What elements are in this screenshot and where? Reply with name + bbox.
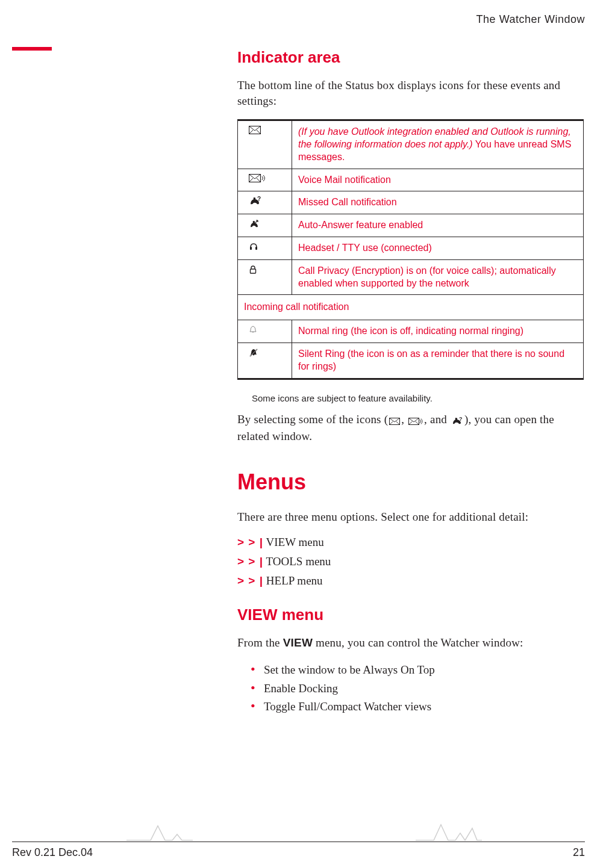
table-cell-text: Normal ring (the icon is off, indicating… (292, 320, 584, 343)
table-subheader: Incoming call notification (238, 295, 584, 320)
footer-sparkline-icon (416, 822, 482, 844)
svg-text:?: ? (257, 196, 261, 202)
footnote-text: Some icons are subject to feature availa… (252, 393, 584, 403)
heading-indicator-area: Indicator area (237, 48, 584, 67)
accent-bar (12, 47, 52, 51)
list-item: Enable Docking (251, 680, 584, 698)
bell-icon (238, 320, 292, 343)
list-item: Set the window to be Always On Top (251, 661, 584, 679)
table-cell-text: Headset / TTY use (connected) (292, 237, 584, 260)
paragraph-select-icons: By selecting some of the icons (, , and … (237, 412, 584, 444)
table-row: ? Missed Call notification (238, 191, 584, 214)
bell-mute-icon (238, 343, 292, 379)
envelope-sound-icon (238, 169, 292, 191)
menu-link-label: TOOLS menu (266, 555, 331, 568)
footer-rule (12, 842, 585, 842)
table-row: Call Privacy (Encryption) is on (for voi… (238, 259, 584, 295)
table-cell-text: Silent Ring (the icon is on as a reminde… (292, 343, 584, 379)
menu-link-label: VIEW menu (266, 536, 324, 548)
intro-paragraph-menus: There are three menu options. Select one… (237, 509, 584, 525)
envelope-icon (389, 414, 400, 429)
auto-answer-icon (238, 214, 292, 237)
menu-link-help[interactable]: > > | HELP menu (237, 574, 584, 587)
missed-call-icon: ? (451, 414, 463, 429)
view-menu-bullet-list: Set the window to be Always On Top Enabl… (251, 661, 584, 716)
envelope-icon (238, 120, 292, 169)
heading-view-menu: VIEW menu (237, 606, 584, 624)
heading-menus: Menus (237, 470, 584, 495)
intro-paragraph-view-menu: From the VIEW menu, you can control the … (237, 635, 584, 651)
svg-rect-4 (255, 247, 257, 250)
page-header-title: The Watcher Window (476, 13, 585, 26)
table-row: (If you have Outlook integration enabled… (238, 120, 584, 169)
table-cell-text: Voice Mail notification (292, 169, 584, 191)
table-row: Voice Mail notification (238, 169, 584, 191)
footer-revision-text: Rev 0.21 Dec.04 (12, 846, 93, 859)
svg-text:?: ? (459, 417, 463, 422)
table-cell-text: (If you have Outlook integration enabled… (292, 120, 584, 169)
svg-rect-5 (251, 269, 256, 273)
svg-rect-3 (250, 247, 252, 250)
menu-link-tools[interactable]: > > | TOOLS menu (237, 555, 584, 568)
table-row: Normal ring (the icon is off, indicating… (238, 320, 584, 343)
lock-icon (238, 259, 292, 295)
list-item: Toggle Full/Compact Watcher views (251, 698, 584, 716)
footer-sparkline-icon (126, 822, 193, 844)
headset-icon (238, 237, 292, 260)
table-row: Headset / TTY use (connected) (238, 237, 584, 260)
table-cell-text: Call Privacy (Encryption) is on (for voi… (292, 259, 584, 295)
page-footer: Rev 0.21 Dec.04 21 (12, 817, 585, 854)
link-prefix-icon: > > | (237, 536, 263, 548)
footer-page-number: 21 (573, 846, 585, 859)
missed-call-icon: ? (238, 191, 292, 214)
table-subheader-row: Incoming call notification (238, 295, 584, 320)
menu-link-label: HELP menu (266, 574, 323, 587)
intro-paragraph-1: The bottom line of the Status box displa… (237, 78, 584, 108)
table-cell-text: Auto-Answer feature enabled (292, 214, 584, 237)
table-row: Silent Ring (the icon is on as a reminde… (238, 343, 584, 379)
table-cell-text: Missed Call notification (292, 191, 584, 214)
main-content: Indicator area The bottom line of the St… (237, 48, 584, 716)
indicator-table: (If you have Outlook integration enabled… (237, 119, 584, 379)
table-row: Auto-Answer feature enabled (238, 214, 584, 237)
link-prefix-icon: > > | (237, 574, 263, 587)
envelope-sound-icon (408, 414, 423, 429)
menu-link-view[interactable]: > > | VIEW menu (237, 536, 584, 549)
link-prefix-icon: > > | (237, 555, 263, 568)
